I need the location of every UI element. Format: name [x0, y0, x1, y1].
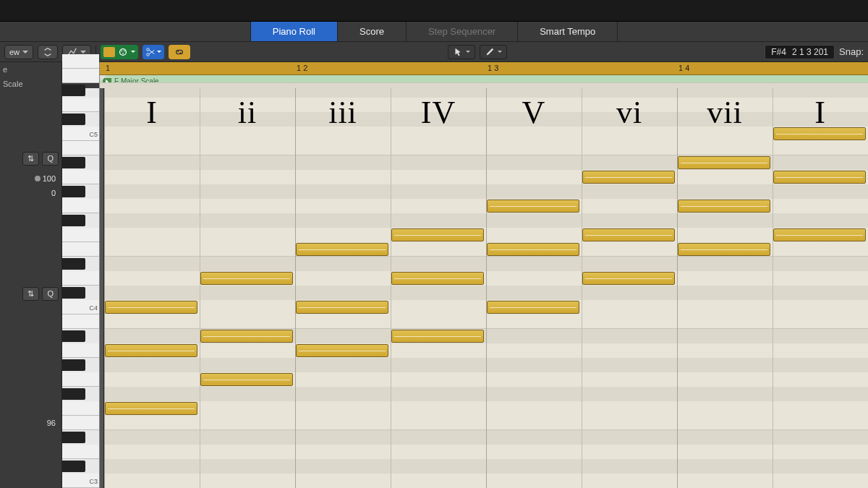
value-96: 96 — [3, 419, 59, 427]
velocity-value: 100 — [43, 174, 56, 183]
octave-label: C3 — [89, 478, 98, 485]
midi-note[interactable] — [200, 330, 293, 343]
midi-note[interactable] — [678, 243, 770, 256]
scissors-icon — [145, 47, 156, 57]
midi-note[interactable] — [773, 171, 866, 184]
pointer-tool[interactable] — [448, 45, 475, 59]
midi-note[interactable] — [296, 301, 388, 314]
piano-roll-grid[interactable]: 11 21 31 4 F Major Scale IiiiiiIVVviviiI — [100, 62, 868, 488]
quantize-button-2[interactable]: Q — [42, 287, 59, 301]
midi-note[interactable] — [296, 344, 388, 357]
midi-note[interactable] — [582, 171, 675, 184]
position-display[interactable]: F#4 2 1 3 201 — [765, 45, 835, 59]
midi-note[interactable] — [487, 243, 579, 256]
quantize-button[interactable]: Q — [42, 152, 59, 166]
roman-numeral-label: ii — [238, 94, 257, 131]
midi-note[interactable] — [105, 344, 197, 357]
tab-score[interactable]: Score — [337, 22, 406, 41]
midi-note[interactable] — [296, 243, 388, 256]
stepper-icon-2[interactable]: ⇅ — [22, 287, 39, 301]
offset-value: 0 — [3, 189, 59, 197]
midi-note[interactable] — [391, 272, 484, 285]
link-button[interactable] — [169, 45, 190, 59]
roman-numeral-label: I — [814, 94, 826, 131]
pencil-icon — [485, 47, 495, 57]
midi-note[interactable] — [391, 330, 484, 343]
pencil-tool[interactable] — [480, 45, 507, 59]
view-label: e — [3, 65, 7, 74]
link-icon — [174, 47, 184, 57]
scale-label: Scale — [3, 80, 59, 88]
roman-numeral-label: vi — [616, 94, 642, 131]
midi-note[interactable] — [105, 402, 197, 415]
roman-numeral-label: I — [146, 94, 158, 131]
octave-label: C5 — [89, 131, 98, 138]
roman-numeral-label: IV — [421, 94, 456, 131]
midi-note[interactable] — [678, 200, 770, 213]
toolbar: ew F#4 2 1 3 201 Snap: — [0, 42, 868, 62]
tab-piano-roll[interactable]: Piano Roll — [250, 22, 337, 41]
note-readout: F#4 — [771, 47, 786, 57]
midi-note[interactable] — [487, 200, 579, 213]
midi-note[interactable] — [200, 373, 293, 386]
roman-numeral-label: V — [522, 94, 546, 131]
midi-note[interactable] — [391, 228, 484, 241]
midi-note[interactable] — [582, 228, 675, 241]
collapse-icon — [43, 47, 53, 57]
editor-tabs: Piano Roll Score Step Sequencer Smart Te… — [0, 22, 868, 42]
tab-step-sequencer: Step Sequencer — [406, 22, 517, 41]
midi-note[interactable] — [200, 272, 293, 285]
stepper-icon[interactable]: ⇅ — [22, 152, 39, 166]
scissors-tool[interactable] — [142, 45, 164, 59]
playhead[interactable] — [100, 88, 104, 488]
svg-point-5 — [147, 53, 150, 56]
color-swatch-1[interactable] — [103, 47, 115, 57]
midi-note[interactable] — [487, 301, 579, 314]
piano-keyboard[interactable]: C3C4C5 — [62, 62, 100, 488]
midi-note[interactable] — [105, 301, 197, 314]
roman-numeral-label: vii — [707, 94, 742, 131]
palette-icon — [118, 47, 128, 57]
midi-note[interactable] — [678, 156, 770, 169]
velocity-slider[interactable] — [35, 176, 41, 181]
svg-point-3 — [122, 52, 124, 53]
svg-point-0 — [120, 48, 127, 55]
view-menu[interactable]: ew — [4, 45, 33, 59]
midi-note[interactable] — [773, 228, 866, 241]
window-top-bar — [0, 0, 868, 22]
midi-note[interactable] — [582, 272, 675, 285]
snap-label: Snap: — [839, 46, 864, 57]
roman-numeral-label: iii — [328, 94, 357, 131]
svg-point-1 — [121, 50, 122, 51]
svg-point-4 — [147, 48, 150, 51]
tab-smart-tempo[interactable]: Smart Tempo — [517, 22, 618, 41]
color-palette[interactable] — [101, 45, 138, 59]
svg-point-2 — [124, 50, 125, 51]
collapse-button[interactable] — [38, 45, 58, 59]
pointer-icon — [453, 47, 463, 57]
inspector-panel: e Scale ⇅ Q 100 0 ⇅ Q 96 — [0, 62, 62, 488]
octave-label: C4 — [89, 304, 98, 312]
position-readout: 2 1 3 201 — [792, 47, 828, 57]
